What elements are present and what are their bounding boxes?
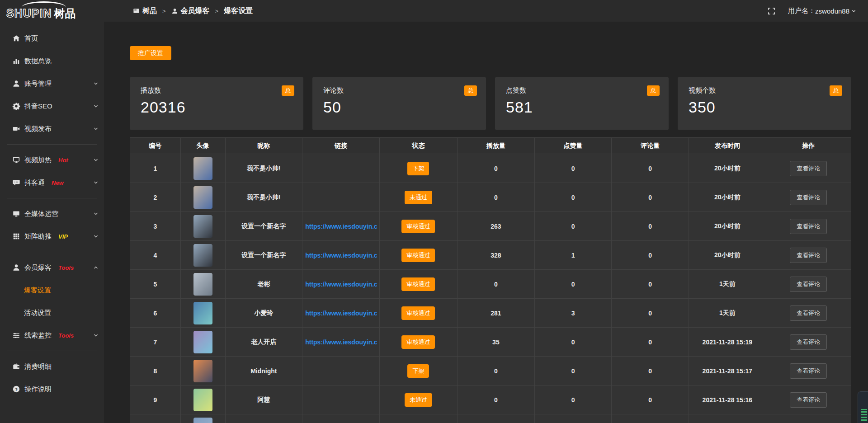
- avatar: [193, 215, 212, 238]
- stat-value: 50: [323, 99, 475, 116]
- cell-plays: 0: [458, 154, 535, 183]
- sidebar-item-7[interactable]: 抖客通New: [0, 171, 104, 194]
- cell: [180, 414, 225, 423]
- sidebar-item-label: 抖客通: [24, 179, 45, 187]
- cell-action: 查看评论: [766, 328, 851, 357]
- breadcrumb-label: 树品: [142, 6, 157, 16]
- cell-nickname: 老人开店: [225, 328, 302, 357]
- sidebar-item-17[interactable]: 消费明细: [0, 355, 104, 378]
- breadcrumb-item-1[interactable]: 会员爆客: [171, 6, 210, 16]
- video-link[interactable]: https://www.iesdouyin.c: [305, 252, 377, 259]
- status-badge[interactable]: 下架: [407, 162, 429, 175]
- chevron-up-icon: [93, 265, 99, 270]
- view-comments-button[interactable]: 查看评论: [790, 363, 827, 379]
- cell-nickname: 我不是小帅!: [225, 183, 302, 212]
- view-comments-button[interactable]: 查看评论: [790, 334, 827, 350]
- sidebar-item-2[interactable]: 账号管理: [0, 72, 104, 95]
- chevron-down-icon: [93, 333, 99, 338]
- sidebar-item-9[interactable]: 全媒体运营: [0, 202, 104, 225]
- chevron-down-icon: [93, 81, 99, 86]
- cell-plays: 263: [458, 212, 535, 241]
- bar-chart-icon: [12, 57, 20, 65]
- sidebar-subitem-13[interactable]: 爆客设置: [0, 279, 104, 301]
- view-comments-button[interactable]: 查看评论: [790, 190, 827, 205]
- sidebar-item-6[interactable]: 视频加热Hot: [0, 149, 104, 171]
- sidebar-item-18[interactable]: ?操作说明: [0, 378, 104, 400]
- floating-widget[interactable]: [858, 391, 868, 423]
- grid-icon: [12, 232, 20, 240]
- cell-status: 审核通过: [379, 299, 457, 328]
- cell-likes: 0: [534, 385, 612, 414]
- view-comments-button[interactable]: 查看评论: [790, 392, 827, 408]
- sidebar-item-3[interactable]: 抖音SEO: [0, 95, 104, 118]
- cell-nickname: 设置一个新名字: [225, 241, 302, 270]
- home-icon: [12, 34, 20, 42]
- avatar: [193, 157, 212, 180]
- cell-link: [302, 357, 380, 385]
- status-badge[interactable]: 未通过: [405, 393, 432, 407]
- cell-avatar: [180, 241, 225, 270]
- app-logo[interactable]: SHUPIN 树品: [0, 0, 104, 22]
- sidebar-item-4[interactable]: 视频发布: [0, 118, 104, 140]
- topbar: 树品>会员爆客>爆客设置 用户名： zswodun88: [104, 0, 868, 22]
- promo-settings-button[interactable]: 推广设置: [130, 46, 171, 60]
- logo-text-en: SHUPIN: [6, 8, 52, 19]
- sidebar-menu: 首页数据总览账号管理抖音SEO视频发布视频加热Hot抖客通New全媒体运营矩阵助…: [0, 22, 104, 400]
- breadcrumb-separator: >: [162, 8, 166, 14]
- sidebar-subitem-14[interactable]: 活动设置: [0, 301, 104, 324]
- fullscreen-icon[interactable]: [768, 7, 775, 15]
- sidebar-subitem-label: 爆客设置: [24, 286, 51, 295]
- status-badge[interactable]: 审核通过: [401, 306, 435, 320]
- view-comments-button[interactable]: 查看评论: [790, 248, 827, 263]
- cell-nickname: Midnight: [225, 357, 302, 385]
- chat-icon: [12, 179, 20, 187]
- sidebar-item-1[interactable]: 数据总览: [0, 50, 104, 72]
- cell-id: 2: [130, 183, 181, 212]
- sidebar-item-12[interactable]: 会员爆客Tools: [0, 256, 104, 279]
- sidebar-item-0[interactable]: 首页: [0, 27, 104, 50]
- video-link[interactable]: https://www.iesdouyin.c: [305, 223, 377, 230]
- table-row: 1我不是小帅!下架00020小时前查看评论: [130, 154, 851, 183]
- status-badge[interactable]: 审核通过: [401, 277, 435, 291]
- status-badge[interactable]: 审核通过: [401, 220, 435, 233]
- breadcrumb-item-2[interactable]: 爆客设置: [224, 6, 253, 16]
- video-link[interactable]: https://www.iesdouyin.c: [305, 310, 377, 317]
- menu-badge: Tools: [58, 264, 74, 271]
- column-header: 评论量: [612, 138, 689, 154]
- cell-action: 查看评论: [766, 212, 851, 241]
- stat-value: 581: [506, 99, 658, 116]
- status-badge[interactable]: 审核通过: [401, 249, 435, 262]
- cell-likes: 0: [534, 183, 612, 212]
- stat-card-3: 视频个数350总: [678, 77, 851, 130]
- sidebar-item-15[interactable]: 线索监控Tools: [0, 324, 104, 347]
- status-badge[interactable]: 下架: [407, 364, 429, 378]
- menu-badge: Tools: [58, 332, 74, 339]
- video-link[interactable]: https://www.iesdouyin.c: [305, 281, 377, 288]
- cell-time: 2021-11-28 15:17: [689, 357, 766, 385]
- user-menu[interactable]: 用户名： zswodun88: [788, 7, 856, 15]
- gear-icon: [12, 102, 20, 110]
- cell-avatar: [180, 299, 225, 328]
- chevron-down-icon: [93, 157, 99, 163]
- column-header: 昵称: [225, 138, 302, 154]
- status-badge[interactable]: 未通过: [405, 191, 432, 204]
- video-link[interactable]: https://www.iesdouyin.c: [305, 338, 377, 346]
- cell-status: 审核通过: [379, 212, 457, 241]
- logo-arc-decoration: [22, 1, 66, 7]
- cell-comments: 0: [612, 212, 689, 241]
- avatar: [193, 360, 212, 382]
- cell-likes: 0: [534, 212, 612, 241]
- sidebar-item-label: 矩阵助推: [24, 232, 52, 241]
- column-header: 链接: [302, 138, 380, 154]
- sidebar-item-10[interactable]: 矩阵助推VIP: [0, 225, 104, 248]
- cell-likes: 0: [534, 154, 612, 183]
- view-comments-button[interactable]: 查看评论: [790, 219, 827, 234]
- status-badge[interactable]: 审核通过: [401, 335, 435, 349]
- cell: [379, 414, 457, 423]
- cell: [458, 414, 535, 423]
- view-comments-button[interactable]: 查看评论: [790, 306, 827, 321]
- cell-likes: 0: [534, 328, 612, 357]
- breadcrumb-item-0[interactable]: 树品: [133, 6, 157, 16]
- view-comments-button[interactable]: 查看评论: [790, 161, 827, 176]
- view-comments-button[interactable]: 查看评论: [790, 277, 827, 292]
